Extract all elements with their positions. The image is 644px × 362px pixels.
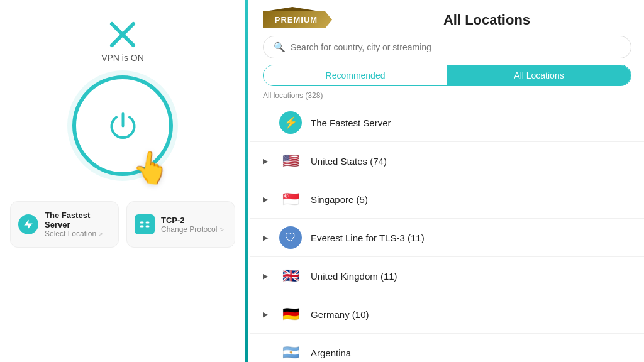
search-icon: 🔍 (274, 41, 286, 53)
right-header: PREMIUM All Locations (250, 0, 644, 36)
locations-count: All locations (328) (250, 91, 644, 104)
svg-rect-5 (146, 226, 150, 228)
list-item[interactable]: ▶ 🇺🇸 United States (74) (250, 142, 644, 180)
fastest-server-card[interactable]: The Fastest Server Select Location > (10, 201, 119, 248)
all-locations-title: All Locations (342, 12, 631, 28)
expand-arrow: ▶ (263, 195, 270, 204)
location-name: United States (74) (311, 156, 387, 167)
fastest-server-text: The Fastest Server Select Location > (45, 211, 111, 238)
tab-recommended[interactable]: Recommended (264, 65, 447, 85)
everest-flag: 🛡 (279, 226, 302, 249)
power-icon (106, 109, 140, 143)
fastest-server-title: The Fastest Server (45, 211, 111, 229)
left-panel: VPN is ON 👆 The Fastest Server Select Lo… (0, 0, 245, 362)
right-panel: PREMIUM All Locations 🔍 Recommended All … (248, 0, 644, 362)
protocol-text: TCP-2 Change Protocol > (161, 216, 224, 234)
uk-flag: 🇬🇧 (279, 265, 302, 287)
expand-arrow: ▶ (263, 310, 270, 319)
location-name: Argentina (311, 348, 351, 358)
premium-badge: PREMIUM (263, 11, 332, 28)
svg-rect-4 (140, 226, 144, 228)
tab-all-locations[interactable]: All Locations (447, 65, 631, 85)
svg-rect-3 (146, 222, 150, 224)
ar-flag: 🇦🇷 (279, 341, 302, 362)
fastest-server-sub: Select Location > (45, 229, 111, 238)
list-item[interactable]: ▶ 🇩🇪 Germany (10) (250, 295, 644, 334)
power-button-container: 👆 (72, 75, 173, 176)
premium-badge-container: PREMIUM (263, 11, 332, 28)
hand-icon: 👆 (130, 147, 173, 189)
list-item[interactable]: ▶ 🛡 Everest Line for TLS-3 (11) (250, 219, 644, 257)
protocol-sub: Change Protocol > (161, 225, 224, 234)
tabs-row: Recommended All Locations (263, 65, 631, 86)
fastest-server-icon (18, 214, 38, 234)
locations-list: ▶ ⚡ The Fastest Server ▶ 🇺🇸 United State… (250, 104, 644, 362)
sg-flag: 🇸🇬 (279, 188, 302, 211)
expand-arrow: ▶ (263, 157, 270, 165)
location-name: The Fastest Server (311, 118, 391, 128)
fastest-flag: ⚡ (279, 111, 302, 134)
expand-arrow: ▶ (263, 272, 270, 280)
location-name: Singapore (5) (311, 194, 368, 205)
list-item[interactable]: ▶ 🇸🇬 Singapore (5) (250, 180, 644, 219)
location-name: United Kingdom (11) (311, 271, 397, 282)
protocol-title: TCP-2 (161, 216, 224, 225)
ribbon-fold (265, 7, 319, 11)
list-item[interactable]: ▶ ⚡ The Fastest Server (250, 104, 644, 142)
protocol-icon (135, 214, 155, 234)
location-name: Germany (10) (311, 309, 369, 320)
list-item[interactable]: ▶ 🇬🇧 United Kingdom (11) (250, 257, 644, 295)
search-input[interactable] (291, 42, 621, 52)
vpn-status: VPN is ON (101, 53, 144, 63)
search-bar[interactable]: 🔍 (263, 36, 631, 58)
de-flag: 🇩🇪 (279, 303, 302, 326)
location-name: Everest Line for TLS-3 (11) (311, 233, 425, 243)
svg-rect-2 (140, 222, 144, 224)
vpn-logo (107, 19, 138, 50)
list-item[interactable]: ▶ 🇦🇷 Argentina (250, 334, 644, 362)
bottom-cards: The Fastest Server Select Location > TCP… (0, 201, 245, 248)
expand-arrow: ▶ (263, 234, 270, 242)
protocol-card[interactable]: TCP-2 Change Protocol > (126, 201, 235, 248)
us-flag: 🇺🇸 (279, 150, 302, 172)
